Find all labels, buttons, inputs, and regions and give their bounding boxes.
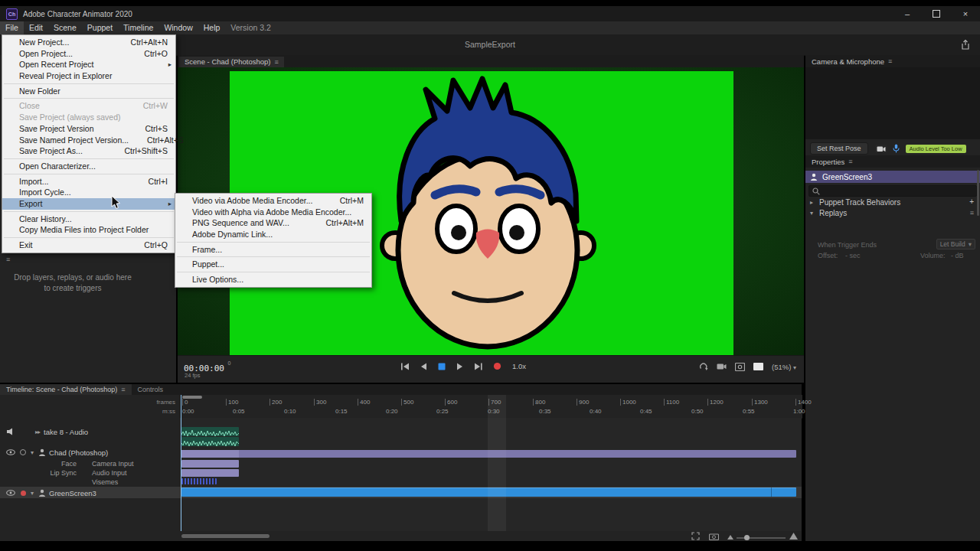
- face-take-clip[interactable]: [181, 460, 239, 468]
- submenu-arrow-icon: ▸: [168, 59, 172, 70]
- menu-item-live-options[interactable]: Live Options...: [175, 274, 371, 285]
- track-header-greenscreen[interactable]: ▾ GreenScreen3: [0, 487, 180, 498]
- menu-item-copy-media-files[interactable]: Copy Media Files into Project Folder: [2, 224, 175, 236]
- menu-item-clear-history[interactable]: Clear History...: [2, 214, 175, 225]
- record-armed-icon[interactable]: [21, 491, 26, 496]
- track-name: take 8 - Audio: [44, 428, 88, 436]
- share-export-icon[interactable]: [960, 39, 971, 51]
- next-frame-button[interactable]: [474, 363, 482, 370]
- snapshot-camera-icon[interactable]: [709, 533, 719, 540]
- close-icon: ×: [963, 9, 968, 18]
- chevron-down-icon[interactable]: ▾: [810, 210, 813, 217]
- record-arm-icon[interactable]: [20, 449, 26, 455]
- collapse-chevron-icon[interactable]: ▾: [31, 449, 34, 456]
- maximize-button[interactable]: [922, 6, 951, 21]
- transport-bar: 00:00:00 0 24 fps 1.0x (51%) ▾: [178, 355, 804, 383]
- zoom-level[interactable]: (51%) ▾: [772, 363, 796, 371]
- camera-mic-menu-icon[interactable]: ≡: [888, 57, 892, 65]
- add-behavior-button[interactable]: +: [969, 197, 974, 206]
- replays-menu-icon[interactable]: ≡: [970, 209, 974, 217]
- menu-item-import[interactable]: Import...Ctrl+I: [2, 176, 175, 187]
- camera-toggle[interactable]: [875, 145, 887, 153]
- timeline-tab[interactable]: Timeline: Scene - Chad (Photoshop) ≡: [0, 384, 132, 395]
- eye-icon[interactable]: [6, 449, 15, 455]
- track-header-audio[interactable]: ▸▸ take 8 - Audio: [0, 425, 180, 438]
- menu-item-reveal-project[interactable]: Reveal Project in Explorer: [2, 70, 175, 82]
- previous-frame-button[interactable]: [420, 363, 427, 370]
- camera-preview-icon[interactable]: [717, 363, 727, 370]
- ruler-time-label: 0:05: [233, 408, 245, 415]
- menubar-item-timeline[interactable]: Timeline: [118, 21, 158, 34]
- menubar-item-puppet[interactable]: Puppet: [82, 21, 118, 34]
- properties-header: Properties ≡: [805, 155, 980, 168]
- speaker-icon[interactable]: [6, 428, 15, 435]
- track-header-visemes[interactable]: Visemes: [0, 478, 180, 487]
- loop-icon[interactable]: [698, 362, 708, 371]
- properties-menu-icon[interactable]: ≡: [848, 158, 852, 165]
- playhead[interactable]: [181, 395, 181, 531]
- menubar-item-window[interactable]: Window: [158, 21, 198, 34]
- zoom-in-mountain-icon[interactable]: [789, 533, 798, 540]
- microphone-toggle[interactable]: [893, 144, 900, 153]
- track-header-chad[interactable]: ▾ Chad (Photoshop): [0, 447, 180, 458]
- selected-puppet-row[interactable]: GreenScreen3: [805, 171, 980, 183]
- properties-search-input[interactable]: [808, 185, 977, 197]
- chevron-right-icon[interactable]: ▸: [810, 199, 813, 206]
- scene-tab-menu-icon[interactable]: ≡: [274, 57, 278, 67]
- menu-item-save-project-version[interactable]: Save Project VersionCtrl+S: [2, 123, 175, 135]
- ruler-frame-label: 300: [314, 399, 326, 406]
- menu-item-import-cycle[interactable]: Import Cycle...: [2, 187, 175, 198]
- menu-item-open-project[interactable]: Open Project...Ctrl+O: [2, 48, 175, 60]
- lipsync-take-clip[interactable]: [181, 469, 239, 477]
- menu-item-png-sequence-wav[interactable]: PNG Sequence and WAV...Ctrl+Alt+M: [175, 217, 371, 229]
- audio-take-clip[interactable]: [181, 427, 239, 436]
- menu-item-new-folder[interactable]: New Folder: [2, 86, 175, 97]
- go-to-start-button[interactable]: [401, 363, 410, 370]
- menubar-item-file[interactable]: File: [0, 21, 24, 34]
- minimize-button[interactable]: –: [893, 6, 922, 21]
- controls-tab[interactable]: Controls: [132, 384, 170, 395]
- visemes-clip[interactable]: [181, 478, 217, 484]
- menu-item-save-named-project-version[interactable]: Save Named Project Version...Ctrl+Alt+S: [2, 135, 175, 146]
- menu-item-adobe-dynamic-link[interactable]: Adobe Dynamic Link...: [175, 229, 371, 240]
- menu-item-save-project-as[interactable]: Save Project As...Ctrl+Shift+S: [2, 145, 175, 157]
- trigger-ends-row: When Trigger Ends Let Build ▾: [805, 240, 980, 250]
- timeline-hscrollbar[interactable]: [181, 534, 270, 538]
- fit-timeline-icon[interactable]: [691, 532, 700, 540]
- set-rest-pose-button[interactable]: Set Rest Pose: [810, 142, 868, 155]
- puppet-track-behaviors-row[interactable]: ▸ Puppet Track Behaviors +: [805, 197, 980, 207]
- menubar-item-help[interactable]: Help: [198, 21, 226, 34]
- timeline-tab-menu-icon[interactable]: ≡: [121, 384, 125, 395]
- menu-item-export[interactable]: Export▸: [2, 198, 175, 210]
- playback-rate[interactable]: 1.0x: [512, 362, 526, 370]
- play-button[interactable]: [456, 363, 463, 370]
- menu-separator: [4, 83, 174, 84]
- menu-item-new-project[interactable]: New Project...Ctrl+Alt+N: [2, 37, 175, 48]
- matte-toggle[interactable]: [753, 363, 763, 370]
- menu-item-video-ame[interactable]: Video via Adobe Media Encoder...Ctrl+M: [175, 195, 371, 207]
- menu-item-frame[interactable]: Frame...: [175, 244, 371, 256]
- track-header-face[interactable]: Face Camera Input: [0, 460, 180, 469]
- scene-tab[interactable]: Scene - Chad (Photoshop) ≡: [179, 57, 284, 67]
- audio-take-clip[interactable]: [181, 437, 239, 446]
- menu-item-exit[interactable]: ExitCtrl+Q: [2, 240, 175, 251]
- menubar-item-edit[interactable]: Edit: [24, 21, 48, 34]
- menu-item-puppet-export[interactable]: Puppet...: [175, 259, 371, 270]
- record-button[interactable]: [493, 362, 501, 370]
- snapshot-icon[interactable]: [735, 363, 745, 371]
- zoom-out-mountain-icon[interactable]: [727, 535, 733, 540]
- panel-menu-icon[interactable]: ≡: [6, 256, 10, 263]
- close-button[interactable]: ×: [951, 6, 980, 21]
- menu-item-open-characterizer[interactable]: Open Characterizer...: [2, 161, 175, 172]
- menu-item-video-alpha-ame[interactable]: Video with Alpha via Adobe Media Encoder…: [175, 207, 371, 218]
- menubar-item-scene[interactable]: Scene: [48, 21, 82, 34]
- stop-button[interactable]: [438, 363, 446, 370]
- camera-preview: [805, 67, 980, 139]
- menu-item-open-recent-project[interactable]: Open Recent Project▸: [2, 59, 175, 70]
- chad-take-segment[interactable]: [181, 450, 239, 458]
- replays-row[interactable]: ▾ Replays ≡: [805, 208, 980, 218]
- eye-icon[interactable]: [6, 490, 15, 496]
- timeline-zoom-thumb[interactable]: [744, 535, 750, 540]
- collapse-chevron-icon[interactable]: ▾: [31, 490, 34, 497]
- track-header-lipsync[interactable]: Lip Sync Audio Input: [0, 469, 180, 478]
